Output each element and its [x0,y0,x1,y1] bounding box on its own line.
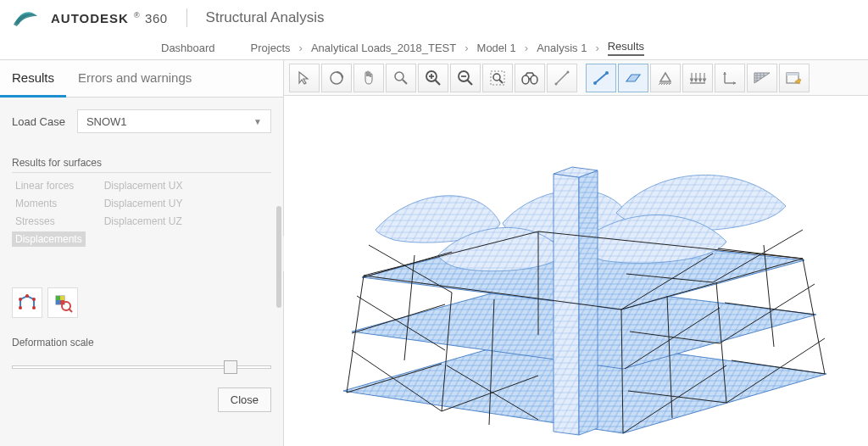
svg-rect-8 [56,300,60,304]
binoculars-icon[interactable] [515,64,545,92]
cursor-icon[interactable] [289,64,320,92]
deformation-scale-slider[interactable] [12,365,271,369]
svg-line-18 [435,80,440,85]
svg-line-57 [347,276,364,393]
viewport [284,60,868,446]
load-case-value: SNOW1 [86,115,127,128]
result-linear-forces[interactable]: Linear forces [12,178,86,193]
sidebar-tabs: Results Errors and warnings [0,60,283,98]
svg-line-21 [467,80,472,85]
brand-text: AUTODESK® 360 [51,11,168,25]
svg-line-28 [556,72,568,84]
result-displacements[interactable]: Displacements [12,231,86,247]
svg-point-32 [593,81,597,85]
zoom-out-icon[interactable] [450,64,481,92]
app-subtitle: Structural Analysis [206,9,325,26]
crumb-projects[interactable]: Projects [251,42,291,54]
header-divider [186,8,187,27]
panel-element-icon[interactable] [618,64,648,92]
load-case-row: Load Case SNOW1 ▼ [12,109,271,133]
model-canvas[interactable] [284,96,868,446]
result-moments[interactable]: Moments [12,196,86,211]
svg-point-3 [32,298,36,301]
brand-360: 360 [145,11,168,25]
results-for-surfaces-section: Results for surfaces Linear forces Momen… [12,157,271,247]
svg-line-14 [403,80,407,84]
sidebar-body: Load Case SNOW1 ▼ Results for surfaces L… [0,98,283,446]
sidebar-scrollbar[interactable] [276,206,281,308]
axis-icon[interactable] [715,64,745,92]
display-mode-buttons [12,287,271,318]
close-button[interactable]: Close [218,387,271,412]
svg-point-26 [531,75,537,84]
load-icon[interactable] [682,64,713,92]
crumb-analysis[interactable]: Analysis 1 [537,42,587,54]
svg-point-33 [605,71,609,75]
svg-line-31 [595,73,607,83]
svg-line-35 [659,83,660,85]
orbit-icon[interactable] [321,64,352,92]
measure-icon[interactable] [547,64,577,92]
results-type-col: Linear forces Moments Stresses Displacem… [12,178,86,247]
zoom-in-icon[interactable] [418,64,448,92]
chevron-right-icon: › [299,42,303,54]
svg-point-13 [395,72,403,81]
result-disp-uy[interactable]: Displacement UY [101,196,186,211]
results-for-surfaces-title: Results for surfaces [12,157,271,173]
pan-icon[interactable] [353,64,384,92]
svg-rect-7 [60,296,64,300]
slider-thumb[interactable] [224,360,237,374]
app-window: AUTODESK® 360 Structural Analysis Dashbo… [0,0,868,446]
svg-point-4 [25,294,29,298]
view-toolbar [284,60,868,96]
result-stresses[interactable]: Stresses [12,214,86,229]
svg-point-2 [19,298,22,301]
svg-point-0 [19,306,22,309]
main-area: Results Errors and warnings Load Case SN… [0,59,868,446]
deformation-scale-label: Deformation scale [12,337,271,352]
svg-rect-6 [56,296,60,300]
svg-point-30 [567,70,570,73]
surface-icon[interactable] [747,64,777,92]
svg-point-29 [555,82,558,85]
logo [12,8,39,28]
crumb-dashboard[interactable]: Dashboard [161,42,215,54]
contour-display-button[interactable] [47,287,78,318]
breadcrumb: Dashboard Projects › Analytical Loads_20… [0,36,868,59]
chevron-right-icon: › [525,42,528,54]
frame-display-button[interactable] [12,287,42,318]
support-icon[interactable] [650,64,681,92]
line-element-icon[interactable] [586,64,616,92]
svg-rect-54 [787,73,798,75]
crumb-project-name[interactable]: Analytical Loads_2018_TEST [311,42,456,54]
crumb-model[interactable]: Model 1 [477,42,516,54]
deformation-scale-section: Deformation scale [12,337,271,369]
svg-point-1 [32,306,36,309]
chevron-right-icon: › [465,42,468,54]
chevron-right-icon: › [595,42,598,54]
svg-line-24 [499,80,503,83]
zoom-icon[interactable] [386,64,416,92]
load-case-select[interactable]: SNOW1 ▼ [77,109,271,133]
brand-bold: AUTODESK [51,11,129,25]
caret-down-icon: ▼ [253,117,262,126]
tab-results[interactable]: Results [0,60,66,98]
app-header: AUTODESK® 360 Structural Analysis [0,0,868,36]
brand-reg: ® [134,11,140,20]
svg-line-11 [69,309,72,312]
load-case-label: Load Case [12,115,65,128]
tab-errors-warnings[interactable]: Errors and warnings [66,60,203,97]
result-disp-uz[interactable]: Displacement UZ [101,214,186,229]
zoom-extents-icon[interactable] [482,64,513,92]
autodesk-logo-icon [12,8,39,28]
svg-point-23 [493,74,500,81]
results-component-col: Displacement UX Displacement UY Displace… [101,178,186,247]
settings-icon[interactable] [779,64,810,92]
svg-point-25 [522,75,529,84]
result-disp-ux[interactable]: Displacement UX [101,178,186,193]
crumb-current: Results [608,40,644,56]
sidebar-panel: Results Errors and warnings Load Case SN… [0,60,284,446]
